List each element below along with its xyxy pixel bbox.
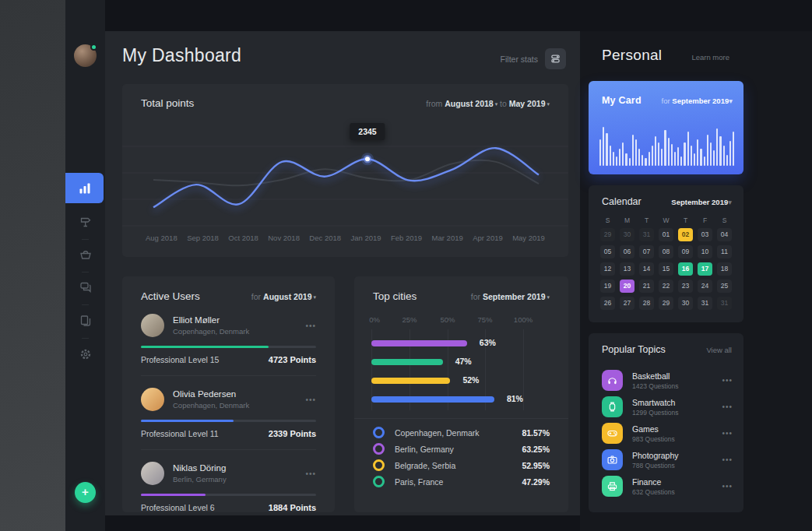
user-avatar[interactable] [74, 44, 97, 67]
line-chart[interactable]: 2345 [122, 121, 568, 230]
user-avatar[interactable] [141, 388, 164, 411]
chevron-down-icon[interactable]: ▾ [547, 294, 550, 300]
month-dropdown[interactable]: September 2019 [671, 198, 728, 206]
period-dropdown[interactable]: September 2019 [672, 97, 729, 105]
topic-row[interactable]: Photography 788 Questions ••• [602, 449, 733, 470]
city-bar[interactable]: 63% [371, 340, 523, 346]
city-bar[interactable]: 81% [371, 396, 523, 403]
sidebar-item-shop[interactable] [65, 243, 105, 266]
more-icon[interactable]: ••• [722, 482, 733, 491]
more-icon[interactable]: ••• [722, 429, 733, 438]
calendar-day[interactable]: 03 [698, 228, 712, 241]
more-icon[interactable]: ••• [305, 322, 316, 330]
calendar-day[interactable]: 08 [659, 245, 673, 258]
period-dropdown[interactable]: September 2019 [483, 292, 546, 301]
topic-questions: 632 Questions [632, 488, 722, 496]
calendar-day[interactable]: 25 [717, 280, 732, 293]
panel-title: Personal [602, 47, 662, 64]
filter-stats-button[interactable] [545, 48, 566, 69]
sidebar-item-documents[interactable] [65, 309, 105, 332]
topic-row[interactable]: Games 983 Questions ••• [602, 423, 733, 444]
calendar-day[interactable]: 15 [659, 262, 673, 276]
legend-row[interactable]: Berlin, Germany 63.25% [373, 441, 550, 457]
calendar-day[interactable]: 11 [717, 245, 732, 258]
chevron-down-icon[interactable]: ▾ [495, 101, 498, 107]
topic-row[interactable]: Finance 632 Questions ••• [602, 476, 733, 497]
personal-panel: Personal Learn more My Card for Septembe… [580, 31, 812, 531]
calendar-day[interactable]: 31 [717, 297, 732, 310]
day-header: M [620, 216, 634, 224]
calendar-day[interactable]: 26 [600, 297, 615, 310]
chevron-down-icon[interactable]: ▾ [729, 97, 733, 105]
add-button[interactable]: + [75, 482, 96, 503]
calendar-day[interactable]: 27 [620, 297, 634, 310]
gamepad-icon [602, 423, 623, 444]
more-icon[interactable]: ••• [305, 396, 316, 404]
calendar-day[interactable]: 09 [678, 245, 693, 258]
calendar-day[interactable]: 20 [620, 280, 634, 293]
signpost-icon [79, 215, 93, 229]
calendar-day[interactable]: 23 [678, 280, 693, 293]
calendar-day[interactable]: 31 [698, 297, 712, 310]
more-icon[interactable]: ••• [722, 455, 733, 464]
calendar-day[interactable]: 19 [600, 280, 615, 293]
calendar-day[interactable]: 30 [678, 297, 693, 310]
calendar-day[interactable]: 16 [678, 262, 693, 276]
to-date-dropdown[interactable]: May 2019 [509, 99, 546, 108]
topic-row[interactable]: Smartwatch 1299 Questions ••• [602, 396, 733, 417]
calendar-day[interactable]: 06 [620, 245, 634, 258]
user-level: Professional Level 6 [141, 503, 215, 512]
user-avatar[interactable] [141, 462, 164, 485]
calendar-day[interactable]: 21 [639, 280, 654, 293]
from-date-dropdown[interactable]: August 2018 [445, 99, 493, 108]
progress-fill [141, 420, 234, 422]
calendar-day[interactable]: 13 [620, 262, 634, 276]
more-icon[interactable]: ••• [722, 403, 733, 411]
sidebar-item-signpost[interactable] [65, 210, 105, 234]
sparkline-bar [719, 136, 721, 166]
calendar-day[interactable]: 04 [717, 228, 732, 241]
calendar-day[interactable]: 05 [600, 245, 615, 258]
view-all-link[interactable]: View all [706, 346, 732, 354]
sidebar-divider [82, 239, 89, 240]
calendar-day[interactable]: 30 [620, 228, 634, 241]
topic-row[interactable]: Basketball 1423 Questions ••• [602, 370, 733, 391]
period-dropdown[interactable]: August 2019 [263, 292, 311, 301]
calendar-day[interactable]: 28 [639, 297, 654, 310]
chevron-down-icon[interactable]: ▾ [728, 198, 732, 206]
user-avatar[interactable] [141, 314, 164, 337]
legend-row[interactable]: Paris, France 47.29% [373, 473, 550, 490]
sidebar-item-messages[interactable] [65, 276, 105, 299]
my-card[interactable]: My Card for September 2019▾ [589, 81, 743, 174]
calendar-day[interactable]: 01 [659, 228, 673, 241]
calendar-day[interactable]: 10 [698, 245, 712, 258]
legend-ring-icon [373, 476, 385, 487]
sidebar-divider [82, 338, 89, 339]
city-bar[interactable]: 47% [371, 359, 523, 365]
calendar-day[interactable]: 29 [600, 228, 615, 241]
legend-row[interactable]: Belgrade, Serbia 52.95% [373, 457, 550, 473]
calendar-day[interactable]: 22 [659, 280, 673, 293]
sparkline-bar [629, 158, 631, 166]
calendar-day[interactable]: 07 [639, 245, 654, 258]
calendar-day[interactable]: 12 [600, 262, 615, 276]
legend-row[interactable]: Copenhagen, Denmark 81.57% [373, 424, 550, 441]
highlighted-data-point[interactable] [361, 153, 374, 165]
sidebar-item-settings[interactable] [65, 343, 105, 366]
learn-more-link[interactable]: Learn more [691, 53, 729, 62]
user-location: Berlin, Germany [173, 475, 305, 484]
calendar-day[interactable]: 02 [678, 228, 693, 241]
chevron-down-icon[interactable]: ▾ [547, 101, 550, 107]
sidebar-item-stats[interactable] [65, 173, 104, 203]
calendar-day[interactable]: 31 [639, 228, 654, 241]
main-content: My Dashboard Filter stats Total points f… [105, 31, 580, 515]
calendar-day[interactable]: 17 [698, 262, 712, 276]
more-icon[interactable]: ••• [305, 469, 316, 478]
city-bar[interactable]: 52% [371, 378, 523, 384]
chevron-down-icon[interactable]: ▾ [313, 294, 316, 300]
calendar-day[interactable]: 14 [639, 262, 654, 276]
calendar-day[interactable]: 18 [717, 262, 732, 276]
more-icon[interactable]: ••• [722, 376, 733, 385]
calendar-day[interactable]: 29 [659, 297, 673, 310]
calendar-day[interactable]: 24 [698, 280, 712, 293]
